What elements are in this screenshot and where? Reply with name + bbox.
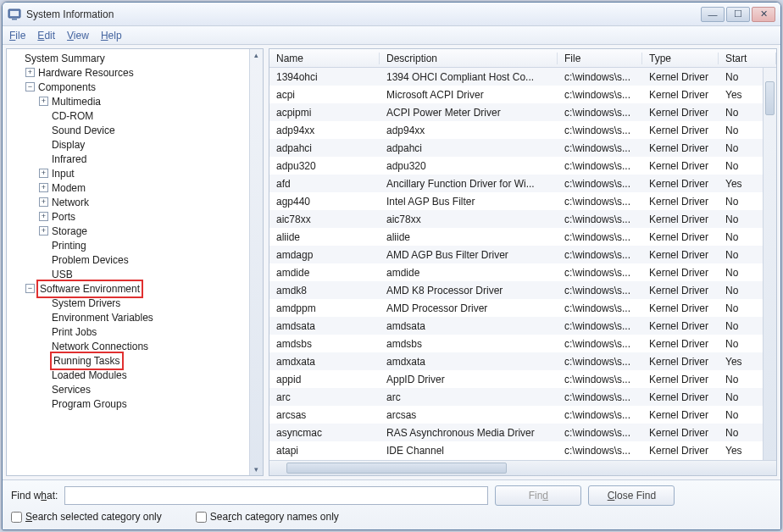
col-file[interactable]: File: [558, 53, 642, 64]
tree-comp-modem[interactable]: +Modem: [12, 180, 261, 195]
tree-scrollbar[interactable]: ▴ ▾: [249, 49, 263, 475]
table-row[interactable]: adp94xxadp94xxc:\windows\s...Kernel Driv…: [269, 121, 776, 139]
tree-env-program-groups[interactable]: Program Groups: [12, 396, 261, 411]
find-input[interactable]: [64, 486, 488, 505]
search-category-names-only-checkbox[interactable]: Search category names only: [196, 511, 339, 523]
tree-env-running-tasks[interactable]: Running Tasks: [12, 353, 261, 368]
tree-comp-printing-label[interactable]: Printing: [52, 238, 86, 253]
tree-toggle-icon[interactable]: +: [39, 97, 48, 106]
tree-comp-cd-rom[interactable]: CD-ROM: [12, 108, 261, 123]
tree-env-environment-variables[interactable]: Environment Variables: [12, 310, 261, 324]
menu-file[interactable]: File: [9, 30, 25, 42]
tree-env-print-jobs[interactable]: Print Jobs: [12, 324, 261, 339]
tree-components[interactable]: −Components: [12, 80, 261, 94]
tree-toggle-icon[interactable]: +: [39, 169, 48, 178]
table-row[interactable]: acpipmiACPI Power Meter Driverc:\windows…: [269, 103, 776, 121]
titlebar[interactable]: System Information — ☐ ✕: [3, 3, 780, 26]
tree-toggle-icon[interactable]: +: [39, 183, 48, 192]
tree-env-print-jobs-label[interactable]: Print Jobs: [52, 324, 97, 340]
close-button[interactable]: ✕: [752, 7, 775, 22]
table-row[interactable]: aliidealiidec:\windows\s...Kernel Driver…: [269, 228, 776, 246]
table-row[interactable]: amdagpAMD AGP Bus Filter Driverc:\window…: [269, 246, 776, 263]
table-row[interactable]: amdppmAMD Processor Driverc:\windows\s..…: [269, 299, 776, 317]
tree-comp-problem-devices[interactable]: Problem Devices: [12, 252, 261, 267]
tree-comp-storage[interactable]: +Storage: [12, 224, 261, 238]
menu-view[interactable]: View: [67, 30, 89, 42]
tree-hardware-resources-label[interactable]: Hardware Resources: [38, 65, 134, 80]
table-row[interactable]: asyncmacRAS Asynchronous Media Driverc:\…: [269, 424, 776, 441]
tree-comp-input-label[interactable]: Input: [52, 166, 75, 181]
tree-env-services-label[interactable]: Services: [52, 382, 91, 397]
tree-comp-infrared-label[interactable]: Infrared: [52, 152, 86, 167]
table-row[interactable]: agp440Intel AGP Bus Filterc:\windows\s..…: [269, 192, 776, 210]
search-selected-only-checkbox[interactable]: Search selected category only: [11, 511, 162, 523]
tree-comp-network-label[interactable]: Network: [52, 195, 89, 210]
tree-toggle-icon[interactable]: +: [39, 226, 48, 236]
list-vertical-scrollbar[interactable]: [763, 68, 776, 460]
scroll-up-icon[interactable]: ▴: [252, 51, 260, 59]
list-horizontal-scrollbar[interactable]: [269, 460, 776, 475]
tree-toggle-icon[interactable]: +: [25, 68, 35, 77]
table-row[interactable]: adpahciadpahcic:\windows\s...Kernel Driv…: [269, 139, 776, 157]
table-row[interactable]: amdsataamdsatac:\windows\s...Kernel Driv…: [269, 317, 776, 335]
table-row[interactable]: arcarcc:\windows\s...Kernel DriverNo: [269, 388, 776, 406]
close-find-button[interactable]: Close Find: [588, 485, 675, 506]
table-row[interactable]: appidAppID Driverc:\windows\s...Kernel D…: [269, 370, 776, 388]
table-row[interactable]: adpu320adpu320c:\windows\s...Kernel Driv…: [269, 157, 776, 175]
tree-comp-ports[interactable]: +Ports: [12, 209, 261, 224]
tree-env-system-drivers[interactable]: System Drivers: [12, 296, 261, 310]
maximize-button[interactable]: ☐: [726, 7, 750, 22]
tree-components-label[interactable]: Components: [38, 80, 96, 95]
tree-comp-ports-label[interactable]: Ports: [52, 209, 75, 224]
col-description[interactable]: Description: [380, 53, 558, 64]
tree-env-environment-variables-label[interactable]: Environment Variables: [52, 310, 153, 325]
tree-comp-modem-label[interactable]: Modem: [52, 180, 86, 196]
tree-env-services[interactable]: Services: [12, 382, 261, 396]
col-name[interactable]: Name: [269, 53, 380, 64]
tree-system-summary-label[interactable]: System Summary: [25, 51, 105, 66]
menu-edit[interactable]: Edit: [37, 30, 55, 42]
tree-system-summary[interactable]: System Summary: [12, 51, 261, 65]
tree-comp-multimedia[interactable]: +Multimedia: [12, 94, 261, 108]
table-row[interactable]: amdk8AMD K8 Processor Driverc:\windows\s…: [269, 281, 776, 299]
tree-comp-storage-label[interactable]: Storage: [52, 224, 87, 239]
tree-env-loaded-modules-label[interactable]: Loaded Modules: [52, 368, 127, 383]
tree-comp-sound-device-label[interactable]: Sound Device: [52, 123, 115, 138]
tree-comp-network[interactable]: +Network: [12, 195, 261, 209]
scroll-down-icon[interactable]: ▾: [252, 465, 260, 474]
table-row[interactable]: amdideamdidec:\windows\s...Kernel Driver…: [269, 263, 776, 281]
col-type[interactable]: Type: [642, 53, 719, 64]
table-row[interactable]: arcsasarcsasc:\windows\s...Kernel Driver…: [269, 406, 776, 424]
tree-toggle-icon[interactable]: −: [25, 284, 35, 293]
tree-hardware-resources[interactable]: +Hardware Resources: [12, 65, 261, 80]
tree-toggle-icon[interactable]: +: [39, 197, 48, 207]
col-started[interactable]: Start: [719, 53, 776, 64]
scroll-thumb[interactable]: [286, 463, 507, 474]
list-body[interactable]: 1394ohci1394 OHCI Compliant Host Co...c:…: [269, 68, 776, 460]
table-row[interactable]: aic78xxaic78xxc:\windows\s...Kernel Driv…: [269, 210, 776, 228]
menu-help[interactable]: Help: [101, 30, 122, 42]
table-row[interactable]: amdsbsamdsbsc:\windows\s...Kernel Driver…: [269, 335, 776, 352]
tree-comp-display[interactable]: Display: [12, 137, 261, 152]
tree-env-program-groups-label[interactable]: Program Groups: [52, 396, 127, 412]
tree-comp-display-label[interactable]: Display: [52, 137, 85, 152]
find-button[interactable]: Find: [495, 485, 581, 506]
tree-comp-problem-devices-label[interactable]: Problem Devices: [52, 252, 129, 268]
tree-comp-cd-rom-label[interactable]: CD-ROM: [52, 108, 93, 124]
tree-env-system-drivers-label[interactable]: System Drivers: [52, 296, 120, 311]
tree-comp-multimedia-label[interactable]: Multimedia: [52, 94, 101, 109]
tree-comp-infrared[interactable]: Infrared: [12, 152, 261, 166]
tree-toggle-icon[interactable]: −: [25, 82, 35, 91]
tree-comp-printing[interactable]: Printing: [12, 238, 261, 252]
minimize-button[interactable]: —: [701, 7, 725, 22]
tree-software-environment[interactable]: −Software Environment: [12, 281, 261, 296]
tree-comp-sound-device[interactable]: Sound Device: [12, 123, 261, 137]
table-row[interactable]: 1394ohci1394 OHCI Compliant Host Co...c:…: [269, 68, 776, 86]
scroll-thumb[interactable]: [765, 81, 775, 115]
tree-toggle-icon[interactable]: +: [39, 212, 48, 221]
tree-comp-input[interactable]: +Input: [12, 166, 261, 180]
table-row[interactable]: acpiMicrosoft ACPI Driverc:\windows\s...…: [269, 86, 776, 103]
tree-env-loaded-modules[interactable]: Loaded Modules: [12, 368, 261, 382]
table-row[interactable]: atapiIDE Channelc:\windows\s...Kernel Dr…: [269, 441, 776, 459]
table-row[interactable]: amdxataamdxatac:\windows\s...Kernel Driv…: [269, 352, 776, 370]
